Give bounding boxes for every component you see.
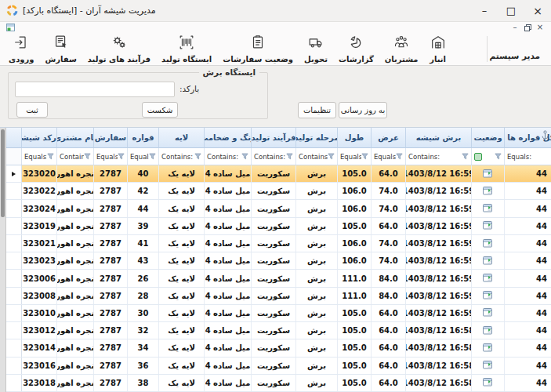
table-cell: 323020 [22, 165, 57, 182]
close-button[interactable]: × [524, 0, 551, 21]
toolbar-item-2[interactable]: سفارش [40, 33, 82, 65]
column-header[interactable]: برش شیشه [406, 128, 472, 148]
toolbar-item-7[interactable]: گزارشات [333, 33, 379, 65]
table-row[interactable]: 323010پنجره اهورا278730لایه یکمیل ساده 4… [6, 305, 551, 322]
table-cell: پنجره اهورا [57, 252, 94, 269]
filter-cell[interactable]: Contains: [406, 148, 472, 165]
column-header[interactable]: بارکد شیشه [22, 128, 57, 148]
toolbar-item-4[interactable]: ایستگاه تولید [156, 33, 217, 65]
row-indicator [6, 270, 22, 286]
filter-funnel-icon[interactable] [149, 153, 156, 160]
status-icon-cell [472, 339, 505, 356]
filter-cell[interactable]: Equals: [338, 148, 372, 165]
pin-icon[interactable] [542, 130, 549, 140]
table-cell: سکوریت [252, 200, 296, 216]
table-row[interactable]: 323008پنجره اهورا278728لایه یکمیل ساده 4… [6, 288, 551, 305]
toolbar-item-3[interactable]: فرآیند های تولید [82, 33, 156, 65]
filter-cell[interactable]: Equals: [128, 148, 159, 165]
filter-cell[interactable]: Equals: [505, 148, 551, 165]
table-row[interactable]: 323021پنجره اهورا278741لایه یکمیل ساده 4… [6, 235, 551, 252]
table-cell: لایه یک [159, 252, 205, 269]
column-header[interactable]: طول [338, 128, 372, 148]
column-header[interactable]: مرحله تولید [296, 128, 338, 148]
mdi-minimize-button[interactable]: – [509, 23, 521, 32]
table-cell: برش [296, 218, 338, 234]
table-row[interactable]: 323020پنجره اهورا278740لایه یکمیل ساده 4… [6, 165, 551, 183]
table-cell: 41 [128, 235, 159, 252]
table-row[interactable]: 323018پنجره اهورا278738لایه یکمیل ساده 4… [6, 375, 551, 392]
grid-header-row: بارکد شیشهنام مشتریسفارشقوارهلایهرنگ و ض… [6, 128, 551, 148]
filter-funnel-icon[interactable] [84, 153, 91, 160]
filter-cell[interactable]: Equals: [22, 148, 57, 165]
filter-funnel-icon[interactable] [462, 153, 469, 160]
table-cell: 64.0 [372, 305, 406, 321]
filter-funnel-icon[interactable] [396, 153, 403, 160]
table-row[interactable]: 323024پنجره اهورا278744لایه یکمیل ساده 4… [6, 200, 551, 217]
settings-button[interactable]: تنظیمات [298, 102, 336, 118]
column-header[interactable]: وضعیت [472, 128, 505, 148]
column-header[interactable]: قواره [128, 128, 159, 148]
table-row[interactable]: 323014پنجره اهورا278734لایه یکمیل ساده 4… [6, 339, 551, 357]
table-cell: 44 [505, 270, 551, 286]
barcode-input[interactable] [15, 82, 175, 97]
filter-funnel-icon[interactable] [241, 153, 248, 160]
mdi-restore-button[interactable] [521, 23, 534, 32]
table-cell: سکوریت [252, 358, 296, 374]
filter-funnel-icon[interactable] [328, 153, 335, 160]
filter-funnel-icon[interactable] [47, 153, 54, 160]
table-row[interactable]: 323022پنجره اهورا278742لایه یکمیل ساده 4… [6, 183, 551, 200]
filter-operator-label: Contains: [408, 153, 440, 161]
column-header[interactable]: فرآیند تولید [252, 128, 296, 148]
filter-cell[interactable]: Contains: [252, 148, 296, 165]
filter-funnel-icon[interactable] [194, 153, 201, 160]
toolbar-item-label: گزارشات [339, 55, 374, 64]
filter-cell[interactable]: Contains: [205, 148, 252, 165]
filter-funnel-icon[interactable] [286, 153, 293, 160]
table-cell: 64.0 [372, 358, 406, 374]
column-header[interactable]: لایه [159, 128, 205, 148]
break-button[interactable]: شکست [142, 102, 178, 118]
refresh-button[interactable]: به روز رسانی [339, 102, 387, 118]
mdi-close-button[interactable]: × [534, 23, 546, 32]
table-cell: برش [296, 270, 338, 286]
grid-filter-row: Equals:Contains:Equals:Equals:Contains:C… [6, 148, 551, 165]
table-row[interactable]: 323012پنجره اهورا278732لایه یکمیل ساده 4… [6, 322, 551, 339]
column-header[interactable]: رنگ و ضخامت [205, 128, 252, 148]
table-row[interactable]: 323019پنجره اهورا278739لایه یکمیل ساده 4… [6, 218, 551, 235]
toolbar-item-8[interactable]: مشتریان [379, 33, 424, 65]
table-row[interactable]: 323016پنجره اهورا278736لایه یکمیل ساده 4… [6, 358, 551, 375]
toolbar-item-1[interactable]: ورودی [3, 33, 40, 65]
submit-button[interactable]: ثبت [16, 102, 48, 118]
status-icon-cell [472, 235, 505, 252]
table-cell: 64.0 [372, 322, 406, 339]
minimize-button[interactable]: – [471, 0, 498, 21]
toolbar-item-9[interactable]: انبار [424, 33, 452, 65]
filter-cell[interactable]: Contains: [57, 148, 94, 165]
table-cell: برش [296, 165, 338, 182]
row-indicator-header [6, 128, 22, 148]
filter-cell[interactable] [472, 148, 505, 165]
row-indicator [6, 200, 22, 216]
table-cell: 1403/8/12 16:59 [406, 270, 472, 286]
filter-funnel-icon[interactable] [118, 153, 125, 160]
filter-cell[interactable]: Equals: [94, 148, 128, 165]
filter-cell[interactable]: Equals: [372, 148, 406, 165]
toolbar-item-6[interactable]: تحویل [299, 33, 333, 65]
table-cell: 44 [505, 358, 551, 374]
filter-cell[interactable]: Contains: [159, 148, 205, 165]
filter-cell[interactable]: Contains: [296, 148, 338, 165]
reports-icon [347, 34, 364, 54]
filter-funnel-icon[interactable] [361, 153, 368, 160]
toolbar-item-5[interactable]: وضعیت سفارشات [217, 33, 299, 65]
column-header[interactable]: عرض [372, 128, 406, 148]
table-cell: میل ساده 4 [205, 322, 252, 339]
table-cell: برش [296, 358, 338, 374]
column-header[interactable]: نام مشتری [57, 128, 94, 148]
filter-funnel-icon[interactable] [495, 153, 502, 160]
table-row[interactable]: 323006پنجره اهورا278726لایه یکمیل ساده 4… [6, 270, 551, 287]
table-row[interactable]: 323023پنجره اهورا278743لایه یکمیل ساده 4… [6, 252, 551, 270]
grid-scrollbar[interactable] [0, 128, 6, 392]
scrollbar-thumb[interactable] [1, 129, 5, 217]
maximize-button[interactable]: □ [498, 0, 524, 21]
column-header[interactable]: سفارش [94, 128, 128, 148]
